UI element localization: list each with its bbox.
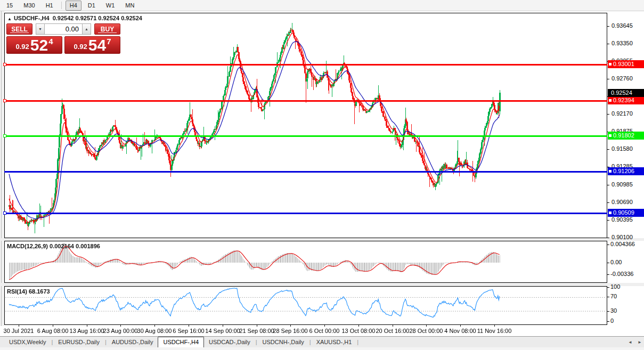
- buy-price-panel[interactable]: 0.92 54 7: [64, 36, 120, 54]
- timeframe-button-w1[interactable]: W1: [102, 1, 119, 11]
- line-handle[interactable]: [3, 134, 6, 137]
- tab-usdcnh-daily[interactable]: USDCNH-,Daily: [258, 338, 309, 347]
- price-tick-label: 0.93645: [612, 22, 633, 29]
- sell-price-pips: 52: [30, 38, 48, 52]
- date-label: 6 Oct 00:00: [309, 328, 340, 334]
- horizontal-line[interactable]: [4, 135, 607, 137]
- tab-scroll-left-icon[interactable]: ◄: [626, 339, 634, 346]
- date-axis-tick: [494, 325, 495, 327]
- date-axis-tick: [53, 325, 53, 327]
- date-label: 21 Sep 08:00: [239, 328, 274, 334]
- timeframe-button-15[interactable]: 15: [2, 1, 17, 11]
- timeframe-toolbar: 15M30H1H4D1W1MN: [0, 0, 644, 11]
- volume-decrease-button[interactable]: ▼: [36, 23, 45, 35]
- label-marker: [609, 134, 612, 137]
- price-tick-label: 0.90985: [612, 181, 633, 188]
- price-tick-label: 0.90395: [612, 216, 633, 223]
- horizontal-line[interactable]: [4, 64, 607, 66]
- line-handle[interactable]: [3, 99, 6, 102]
- timeframe-button-m30[interactable]: M30: [19, 1, 39, 11]
- price-axis-tick: [607, 114, 609, 115]
- horizontal-line[interactable]: [4, 213, 607, 214]
- price-axis-tick: [607, 44, 609, 44]
- date-label: 6 Aug 08:00: [37, 328, 69, 334]
- date-label: 6 Sep 16:00: [173, 328, 204, 334]
- macd-label: MACD(12,26,9) 0.002164 0.001896: [7, 243, 100, 249]
- timeframe-button-h1[interactable]: H1: [42, 1, 58, 11]
- timeframe-button-d1[interactable]: D1: [84, 1, 100, 11]
- timeframe-button-h4[interactable]: H4: [66, 1, 81, 11]
- rsi-axis-tick: [607, 297, 609, 297]
- date-axis-tick: [358, 325, 359, 327]
- price-axis-tick: [607, 238, 609, 238]
- date-label: 28 Sep 16:00: [273, 328, 307, 334]
- date-label: 30 Aug 08:00: [137, 328, 172, 334]
- rsi-chart-canvas[interactable]: [5, 287, 607, 324]
- date-axis-tick: [19, 325, 19, 327]
- window-bottom-edge: [0, 347, 644, 350]
- price-tick-label: 0.90100: [612, 234, 633, 240]
- price-tick-label: 0.91580: [612, 145, 633, 152]
- tab-separator: |: [105, 339, 107, 345]
- rsi-axis-tick: [607, 311, 609, 312]
- rsi-label: RSI(14) 68.1673: [7, 288, 50, 295]
- line-price-label: 0.91802: [608, 132, 644, 140]
- ohlc-quotes: 0.92542 0.92571 0.92524 0.92524: [53, 15, 142, 21]
- macd-axis-tick: [607, 274, 609, 275]
- date-label: 23 Aug 00:00: [103, 328, 138, 334]
- collapse-arrow-icon[interactable]: ▲: [7, 17, 12, 21]
- sell-button[interactable]: SELL: [6, 23, 32, 35]
- line-handle[interactable]: [3, 211, 6, 215]
- date-label: 4 Nov 08:00: [444, 328, 476, 334]
- chart-title: ▲USDCHF-,H4 0.92542 0.92571 0.92524 0.92…: [7, 15, 142, 21]
- tab-usdx-weekly[interactable]: USDX,Weekly: [4, 338, 51, 347]
- macd-axis-tick: [607, 245, 609, 245]
- line-price-label: 0.93001: [608, 60, 644, 68]
- tab-separator: |: [256, 339, 257, 345]
- rsi-tick-label: 30: [610, 307, 617, 314]
- tab-scroll-right-icon[interactable]: ►: [636, 339, 643, 346]
- rsi-tick-label: 0: [610, 318, 614, 324]
- volume-input[interactable]: [45, 23, 82, 35]
- one-click-trading-widget: SELL ▼ ▲ BUY 0.92 52 4 0.92 54 7: [6, 23, 121, 54]
- rsi-tick-label: 70: [610, 293, 617, 299]
- tab-usdchf-h4[interactable]: USDCHF-,H4: [158, 337, 204, 348]
- date-label: 30 Jul 2021: [4, 328, 34, 334]
- price-axis-tick: [607, 149, 609, 150]
- sell-price-panel[interactable]: 0.92 52 4: [6, 36, 62, 54]
- line-price-label: 0.90509: [608, 209, 644, 217]
- sell-price-base: 0.92: [15, 43, 29, 51]
- price-axis-tick: [607, 220, 609, 221]
- tab-xauusd-h1[interactable]: XAUUSD-,H1: [312, 338, 357, 347]
- label-marker: [609, 211, 612, 214]
- line-handle[interactable]: [3, 63, 6, 66]
- price-axis-tick: [607, 79, 609, 79]
- buy-price-point: 7: [107, 37, 111, 46]
- line-price-label: 0.91206: [608, 167, 644, 175]
- date-label: 20 Oct 16:00: [376, 328, 410, 334]
- rsi-tick-label: 100: [610, 283, 620, 290]
- date-axis-tick: [87, 325, 87, 327]
- date-axis-tick: [426, 325, 427, 327]
- date-label: 11 Nov 16:00: [477, 328, 512, 334]
- volume-increase-button[interactable]: ▲: [82, 23, 91, 35]
- tab-eurusd-daily[interactable]: EURUSD-,Daily: [53, 338, 104, 347]
- tab-audusd-daily[interactable]: AUDUSD-,Daily: [107, 338, 158, 347]
- horizontal-line[interactable]: [4, 171, 607, 173]
- macd-axis-tick: [607, 263, 609, 263]
- tab-separator: |: [309, 339, 311, 345]
- date-label: 14 Sep 00:00: [205, 328, 240, 334]
- rsi-axis-tick: [607, 287, 609, 288]
- date-label: 13 Oct 08:00: [342, 328, 376, 334]
- window-left-edge: [0, 11, 4, 326]
- tab-usdcad-daily[interactable]: USDCAD-,Daily: [204, 338, 255, 347]
- timeframe-button-mn[interactable]: MN: [121, 1, 138, 11]
- date-axis-tick: [120, 325, 121, 327]
- current-price-label: 0.92524: [608, 89, 644, 97]
- tab-separator: |: [357, 339, 358, 345]
- horizontal-line[interactable]: [4, 100, 607, 102]
- date-axis-tick: [257, 325, 257, 327]
- date-label: 28 Oct 00:00: [410, 328, 443, 334]
- buy-button[interactable]: BUY: [94, 23, 120, 35]
- buy-price-pips: 54: [88, 38, 106, 52]
